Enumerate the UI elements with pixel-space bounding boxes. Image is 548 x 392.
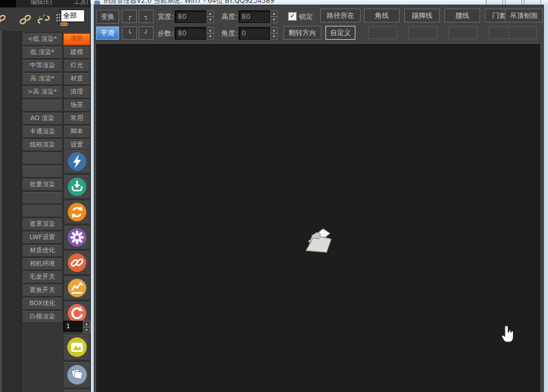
tab-material[interactable]: 材质 xyxy=(63,72,90,85)
app-menubar: 编辑(E) 工具(T) xyxy=(0,0,94,7)
tab-scene[interactable]: 场景 xyxy=(63,99,90,112)
empty-slot-button[interactable] xyxy=(408,26,437,39)
empty-slot-button[interactable] xyxy=(508,26,537,39)
height-stepper[interactable] xyxy=(270,10,278,23)
sidebar-item-high-render-plus[interactable]: >高 渲染* xyxy=(22,86,63,98)
sidebar-column-icons xyxy=(63,149,90,326)
smooth-button[interactable]: 平滑 xyxy=(96,26,119,40)
minimize-button[interactable] xyxy=(486,0,503,5)
corner-top-left-button[interactable]: ┌ xyxy=(122,10,137,23)
lock-checkbox[interactable] xyxy=(288,12,297,21)
filter-dropdown[interactable]: 全部 xyxy=(61,10,85,22)
sidebar-column-icons-bottom xyxy=(63,334,90,392)
dialog-app-icon xyxy=(94,1,100,5)
preset-skirting-button[interactable]: 踢脚线 xyxy=(404,9,440,22)
sidebar-item-batch-render[interactable]: 批量渲染 xyxy=(22,178,63,191)
sidebar-item-empty[interactable] xyxy=(22,191,63,204)
preset-path-button[interactable]: 路径所在 xyxy=(320,9,361,22)
preset-waist-line-button[interactable]: 腰线 xyxy=(444,9,480,22)
sidebar-item-box-optimize[interactable]: BOX优化 xyxy=(22,297,63,310)
width-stepper[interactable] xyxy=(206,10,214,23)
broken-link-icon[interactable] xyxy=(36,11,52,28)
custom-button[interactable]: 自定义 xyxy=(325,26,355,40)
chain-icon xyxy=(67,252,87,273)
spinner-down-icon[interactable] xyxy=(83,327,90,333)
corner-top-right-button[interactable]: ┐ xyxy=(139,10,154,23)
lightning-button[interactable] xyxy=(63,149,90,174)
render-count-stepper[interactable] xyxy=(83,321,90,333)
open-folder-icon[interactable] xyxy=(301,225,335,254)
link-icon[interactable] xyxy=(0,11,8,28)
chain-button[interactable] xyxy=(63,251,90,275)
section-manager-dialog: 剖面管理器V2.0 当前系统: Win7 - 64位 BY:QQ9234589 … xyxy=(91,0,548,392)
sidebar-empty-panel xyxy=(2,31,21,392)
sidebar-item-toon-render[interactable]: 卡通渲染 xyxy=(22,125,63,138)
spinner-up-icon[interactable] xyxy=(83,321,90,327)
maximize-button[interactable] xyxy=(505,0,522,5)
menu-edit[interactable]: 编辑(E) xyxy=(30,0,52,6)
tab-render[interactable]: 渲染 xyxy=(63,33,90,45)
app-logo-box xyxy=(0,0,16,7)
corner-bottom-right-button[interactable]: ┘ xyxy=(139,26,154,40)
app-toolbar: 全部 xyxy=(0,7,91,32)
empty-slot-button[interactable] xyxy=(368,26,397,39)
sidebar-item-mid-render[interactable]: 中等渲染 xyxy=(22,59,63,72)
dialog-titlebar[interactable]: 剖面管理器V2.0 当前系统: Win7 - 64位 BY:QQ9234589 xyxy=(91,0,548,5)
sidebar-item-mask-render[interactable]: 遮罩渲染 xyxy=(22,218,63,230)
chart-button[interactable] xyxy=(63,276,90,300)
sidebar-item-material-optimize[interactable]: 材质优化 xyxy=(22,244,63,257)
download-button[interactable] xyxy=(63,175,90,199)
window-controls xyxy=(486,0,541,5)
image-button[interactable] xyxy=(63,334,90,360)
height-label: 高度: xyxy=(221,12,237,22)
sidebar-item-ao-render[interactable]: AO 渲染 xyxy=(22,112,63,125)
photos-icon xyxy=(66,364,88,386)
sidebar-item-wireframe-render[interactable]: 线框渲染 xyxy=(22,139,63,151)
empty-slot-button[interactable] xyxy=(449,26,477,39)
transform-button[interactable]: 变换 xyxy=(96,10,119,24)
steps-stepper[interactable] xyxy=(206,27,214,40)
sync-button[interactable] xyxy=(63,200,90,224)
angle-label: 角度: xyxy=(221,29,237,39)
sidebar-item-empty[interactable] xyxy=(22,165,63,178)
sidebar-column-categories: 渲染 建模 灯光 材质 清理 场景 常用 脚本 设置 xyxy=(63,33,90,152)
tab-script[interactable]: 脚本 xyxy=(63,125,90,138)
flower-button[interactable] xyxy=(63,225,90,249)
tab-modeling[interactable]: 建模 xyxy=(63,46,90,59)
angle-input[interactable] xyxy=(239,27,270,40)
close-button[interactable] xyxy=(524,0,541,5)
sidebar-item-high-render[interactable]: 高 渲染* xyxy=(22,72,63,85)
sidebar-item-low-render-pre[interactable]: <低 渲染* xyxy=(22,33,63,45)
tab-common[interactable]: 常用 xyxy=(63,112,90,125)
section-preview-area[interactable] xyxy=(95,43,541,392)
preset-corner-line-button[interactable]: 角线 xyxy=(364,9,400,22)
sidebar-item-displacement-toggle[interactable]: 置换开关 xyxy=(22,284,63,297)
sidebar-item-hair-toggle[interactable]: 毛发开关 xyxy=(22,271,63,283)
preset-ceiling-section-button[interactable]: 吊顶刨面 xyxy=(505,9,543,22)
tab-cleanup[interactable]: 清理 xyxy=(63,86,90,98)
sidebar-item-empty[interactable] xyxy=(22,152,63,164)
hand-cursor xyxy=(501,325,514,344)
tab-lighting[interactable]: 灯光 xyxy=(63,59,90,72)
photos-button[interactable] xyxy=(63,362,90,388)
toolbar-separator xyxy=(58,10,59,25)
link-icon[interactable] xyxy=(17,11,33,28)
sidebar-item-camera-environment[interactable]: 相机环境 xyxy=(22,258,63,270)
dialog-client-area: 变换 ┌ ┐ 宽度: 高度: 锁定 路径所在 角线 踢脚线 腰线 门套线 吊顶刨… xyxy=(94,5,544,392)
flip-direction-button[interactable]: 翻转方向 xyxy=(283,26,321,40)
sidebar-item-low-render[interactable]: 低 渲染* xyxy=(22,46,63,59)
pen-button[interactable] xyxy=(63,389,90,392)
steps-input[interactable] xyxy=(175,27,206,40)
sidebar-item-empty[interactable] xyxy=(22,99,63,112)
width-input[interactable] xyxy=(175,10,206,23)
sidebar-item-lwf-settings[interactable]: LWF设置 xyxy=(22,231,63,244)
lightning-icon xyxy=(67,151,87,172)
angle-stepper[interactable] xyxy=(270,27,278,40)
image-icon xyxy=(66,336,88,358)
height-input[interactable] xyxy=(239,10,270,23)
sync-icon xyxy=(67,202,87,222)
corner-bottom-left-button[interactable]: └ xyxy=(122,26,137,40)
sidebar-item-clay-render[interactable]: 白模渲染 xyxy=(22,310,63,323)
sidebar-column-render-presets: <低 渲染* 低 渲染* 中等渲染 高 渲染* >高 渲染* AO 渲染 卡通渲… xyxy=(22,33,63,324)
sidebar-item-empty[interactable] xyxy=(22,205,63,217)
